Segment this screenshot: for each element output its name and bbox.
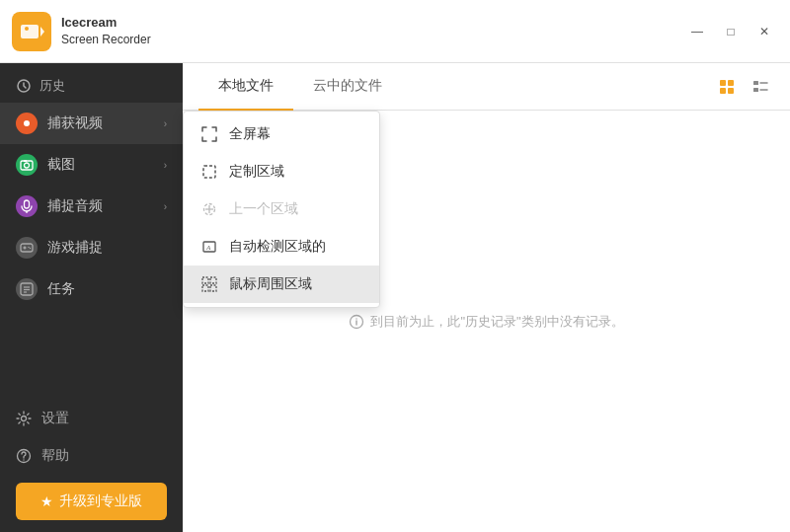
svg-rect-39 — [210, 285, 216, 291]
svg-rect-36 — [202, 277, 208, 283]
sidebar-bottom: 设置 帮助 ★ 升级到专业版 — [0, 392, 183, 532]
menu-item-auto-detect[interactable]: A 自动检测区域的 — [184, 228, 379, 266]
sidebar-menu: 捕获视频 › 截图 › — [0, 103, 183, 392]
record-icon — [16, 113, 38, 134]
svg-point-19 — [22, 417, 27, 421]
svg-marker-1 — [40, 27, 44, 37]
sidebar-item-tasks[interactable]: 任务 — [0, 268, 183, 310]
sidebar-item-capture-video[interactable]: 捕获视频 › — [0, 103, 183, 144]
window-controls: — □ ✕ — [683, 21, 778, 42]
svg-rect-0 — [21, 25, 39, 38]
chevron-icon: › — [164, 160, 167, 171]
menu-item-last-region: 上一个区域 — [184, 190, 379, 228]
svg-rect-28 — [753, 88, 758, 92]
menu-item-mouse-region[interactable]: 鼠标周围区域 — [184, 266, 379, 303]
titlebar: Icecream Screen Recorder — □ ✕ — [0, 0, 790, 63]
svg-rect-30 — [203, 166, 215, 178]
help-icon — [16, 448, 32, 464]
svg-rect-8 — [25, 200, 30, 208]
svg-rect-37 — [210, 277, 216, 283]
menu-item-fullscreen[interactable]: 全屏幕 — [184, 115, 379, 153]
menu-item-custom-region[interactable]: 定制区域 — [184, 153, 379, 190]
view-controls — [713, 73, 774, 101]
sidebar-item-settings[interactable]: 设置 — [16, 404, 167, 433]
svg-point-42 — [356, 318, 357, 319]
svg-text:A: A — [205, 244, 211, 252]
svg-rect-25 — [728, 88, 734, 94]
mic-icon — [16, 195, 38, 217]
upgrade-button[interactable]: ★ 升级到专业版 — [16, 483, 167, 520]
svg-point-13 — [28, 247, 29, 248]
sidebar-history-label: 历史 — [0, 63, 183, 103]
camera-icon — [16, 154, 38, 176]
sidebar-item-screenshot[interactable]: 截图 › — [0, 144, 183, 186]
tab-bar: 本地文件 云中的文件 — [183, 63, 790, 111]
auto-detect-icon: A — [199, 237, 219, 257]
svg-rect-38 — [202, 285, 208, 291]
settings-icon — [16, 411, 32, 426]
sidebar-item-help[interactable]: 帮助 — [16, 441, 167, 471]
sidebar-item-game-capture[interactable]: 游戏捕捉 — [0, 227, 183, 268]
capture-mode-dropdown: 全屏幕 定制区域 上一个区域 — [183, 111, 380, 308]
svg-point-2 — [25, 27, 29, 31]
main-layout: 历史 捕获视频 › — [0, 63, 790, 532]
maximize-button[interactable]: □ — [717, 21, 745, 42]
grid-view-button[interactable] — [713, 73, 741, 101]
list-view-button[interactable] — [747, 73, 774, 101]
svg-rect-10 — [21, 244, 33, 252]
chevron-icon: › — [164, 118, 167, 129]
app-name: Icecream Screen Recorder — [61, 14, 151, 48]
tab-local-files[interactable]: 本地文件 — [198, 63, 293, 111]
tab-cloud-files[interactable]: 云中的文件 — [293, 63, 402, 111]
custom-region-icon — [199, 162, 219, 182]
sidebar-item-capture-audio[interactable]: 捕捉音频 › — [0, 186, 183, 227]
content-area: 本地文件 云中的文件 — [183, 63, 790, 532]
minimize-button[interactable]: — — [683, 21, 711, 42]
svg-rect-24 — [720, 88, 726, 94]
svg-point-4 — [24, 120, 30, 126]
sidebar: 历史 捕获视频 › — [0, 63, 183, 532]
empty-message: 到目前为止，此"历史记录"类别中没有记录。 — [349, 313, 623, 331]
mouse-region-icon — [199, 274, 219, 294]
svg-point-14 — [30, 248, 31, 249]
last-region-icon — [199, 199, 219, 219]
svg-point-21 — [23, 459, 24, 460]
close-button[interactable]: ✕ — [750, 21, 778, 42]
svg-point-6 — [25, 163, 30, 168]
app-icon — [12, 12, 51, 51]
svg-rect-23 — [728, 80, 734, 86]
svg-rect-26 — [753, 81, 758, 85]
task-icon — [16, 278, 38, 300]
game-icon — [16, 237, 38, 259]
info-icon — [349, 314, 364, 330]
fullscreen-icon — [199, 124, 219, 144]
svg-rect-7 — [24, 160, 27, 162]
svg-rect-22 — [720, 80, 726, 86]
chevron-icon: › — [164, 201, 167, 212]
